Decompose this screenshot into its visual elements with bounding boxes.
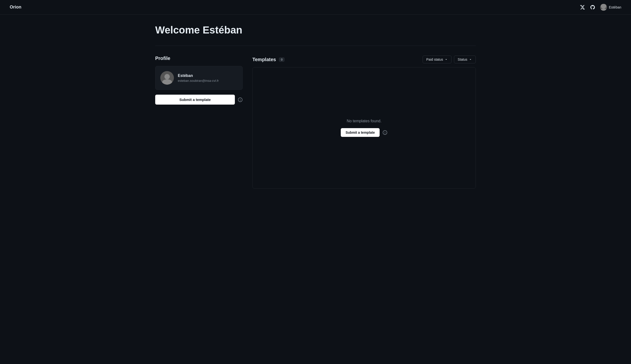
no-templates-message: No templates found. [347, 119, 381, 123]
user-menu[interactable]: Estéban [600, 4, 621, 11]
main-content: Welcome Estéban Profile Estéban esteban.… [145, 14, 486, 198]
templates-title: Templates [252, 57, 276, 62]
templates-header: Templates 0 Paid status Status [252, 56, 476, 63]
profile-info: Estéban esteban.soubiran@insa-cvl.fr [178, 74, 219, 82]
profile-card: Estéban esteban.soubiran@insa-cvl.fr [155, 66, 243, 90]
templates-title-row: Templates 0 [252, 57, 285, 62]
content-grid: Profile Estéban esteban.soubiran@insa-cv… [155, 56, 476, 188]
left-panel: Profile Estéban esteban.soubiran@insa-cv… [155, 56, 243, 104]
right-panel: Templates 0 Paid status Status No templa… [252, 56, 476, 188]
profile-avatar [160, 71, 174, 85]
filters-row: Paid status Status [423, 56, 476, 63]
center-submit-row: Submit a template [341, 128, 388, 137]
center-info-icon[interactable] [383, 130, 387, 135]
profile-email: esteban.soubiran@insa-cvl.fr [178, 79, 219, 82]
brand-logo: Orion [10, 4, 21, 10]
navbar: Orion Estéban [0, 0, 631, 14]
info-icon[interactable] [238, 97, 243, 102]
nav-username: Estéban [609, 5, 621, 9]
paid-status-label: Paid status [426, 58, 443, 62]
submit-template-button[interactable]: Submit a template [155, 95, 235, 104]
status-label: Status [458, 58, 467, 62]
welcome-title: Welcome Estéban [155, 24, 476, 36]
center-submit-template-button[interactable]: Submit a template [341, 128, 380, 137]
templates-panel: No templates found. Submit a template [252, 67, 476, 188]
nav-avatar [600, 4, 607, 11]
profile-name: Estéban [178, 74, 219, 78]
navbar-right: Estéban [580, 4, 621, 11]
github-icon[interactable] [590, 4, 595, 10]
templates-count-badge: 0 [279, 57, 284, 62]
status-filter[interactable]: Status [454, 56, 476, 63]
submit-btn-row: Submit a template [155, 95, 243, 104]
profile-section-title: Profile [155, 56, 243, 61]
twitter-icon[interactable] [580, 4, 585, 10]
paid-status-filter[interactable]: Paid status [423, 56, 452, 63]
divider [155, 46, 476, 46]
